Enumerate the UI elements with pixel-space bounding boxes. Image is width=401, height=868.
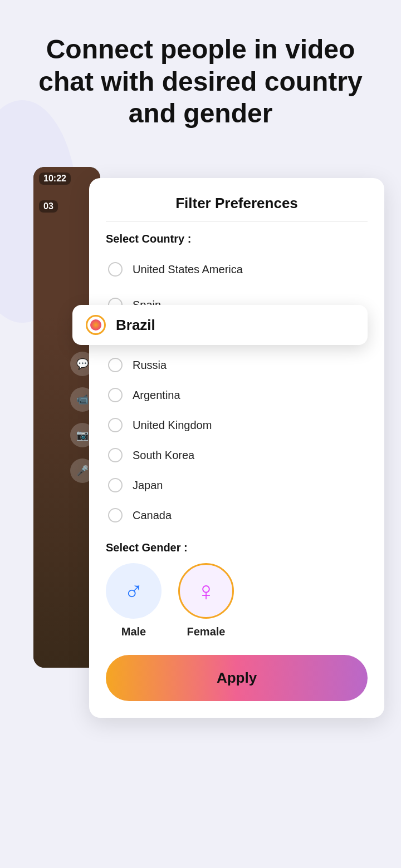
country-name-southkorea: South Korea: [133, 449, 194, 462]
country-item-japan[interactable]: Japan: [106, 470, 368, 500]
country-name-canada: Canada: [133, 509, 172, 522]
male-icon: ♂: [124, 576, 144, 606]
gender-option-male[interactable]: ♂ Male: [106, 563, 162, 638]
country-item-russia[interactable]: Russia: [106, 350, 368, 380]
female-icon: ♀: [196, 576, 216, 606]
radio-argentina: [108, 388, 123, 402]
country-item-uk[interactable]: United Kingdom: [106, 410, 368, 440]
female-circle: ♀: [178, 563, 234, 619]
country-item-canada[interactable]: Canada: [106, 500, 368, 530]
country-name-russia: Russia: [133, 359, 167, 372]
header-section: Connect people in video chat with desire…: [0, 33, 401, 130]
gender-option-female[interactable]: ♀ Female: [178, 563, 234, 638]
radio-japan: [108, 478, 123, 492]
brazil-radio-inner: [90, 319, 101, 331]
country-name-japan: Japan: [133, 479, 163, 492]
filter-panel: Filter Preferences Brazil Select Country…: [89, 178, 384, 718]
gender-section-label: Select Gender :: [106, 541, 368, 554]
female-label: Female: [187, 625, 226, 638]
male-label: Male: [121, 625, 146, 638]
male-circle: ♂: [106, 563, 162, 619]
apply-button[interactable]: Apply: [106, 655, 368, 701]
page-title: Connect people in video chat with desire…: [33, 33, 368, 130]
radio-usa: [108, 262, 123, 277]
gender-options: ♂ Male ♀ Female: [106, 563, 368, 638]
country-name-usa: United States America: [133, 263, 243, 276]
phone-time: 10:22: [39, 172, 71, 185]
filter-divider: [106, 221, 368, 221]
radio-canada: [108, 508, 123, 522]
country-item-argentina[interactable]: Argentina: [106, 380, 368, 410]
brazil-radio-selected: [86, 315, 106, 335]
radio-southkorea: [108, 448, 123, 462]
country-list: United States America Spain India Russia…: [106, 254, 368, 530]
brazil-selected-tooltip[interactable]: Brazil: [72, 305, 368, 345]
brazil-label: Brazil: [116, 317, 155, 334]
country-item-southkorea[interactable]: South Korea: [106, 440, 368, 470]
gender-section: Select Gender : ♂ Male ♀ Female: [106, 541, 368, 638]
country-name-argentina: Argentina: [133, 389, 180, 402]
filter-title: Filter Preferences: [106, 195, 368, 212]
country-item-usa[interactable]: United States America: [106, 254, 368, 284]
radio-uk: [108, 418, 123, 432]
country-name-uk: United Kingdom: [133, 419, 212, 432]
country-section-label: Select Country :: [106, 233, 368, 245]
phone-timer: 03: [39, 200, 58, 213]
radio-russia: [108, 358, 123, 372]
